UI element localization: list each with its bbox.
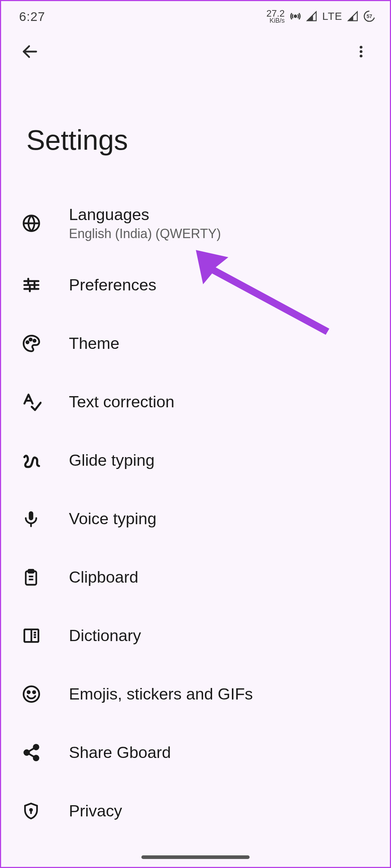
microphone-icon	[22, 510, 40, 528]
svg-point-15	[26, 341, 28, 343]
settings-item-glide-typing[interactable]: Glide typing	[1, 431, 390, 490]
list-item-title: Text correction	[69, 393, 175, 411]
list-item-subtitle: English (India) (QWERTY)	[69, 226, 221, 241]
emoji-icon	[22, 685, 41, 703]
svg-point-31	[27, 691, 30, 693]
home-indicator[interactable]	[141, 855, 250, 859]
settings-item-languages[interactable]: Languages English (India) (QWERTY)	[1, 191, 390, 256]
svg-point-34	[25, 750, 29, 755]
svg-point-30	[23, 686, 39, 702]
svg-line-37	[29, 754, 34, 757]
list-item-title: Clipboard	[69, 568, 139, 587]
signal-icon	[306, 11, 317, 22]
settings-item-privacy[interactable]: Privacy	[1, 782, 390, 840]
svg-text:57: 57	[366, 13, 372, 19]
svg-line-36	[29, 748, 34, 751]
list-item-title: Share Gboard	[69, 743, 171, 762]
svg-rect-19	[29, 511, 34, 520]
gesture-icon	[22, 451, 41, 470]
spellcheck-icon	[22, 392, 41, 412]
settings-item-preferences[interactable]: Preferences	[1, 256, 390, 314]
list-item-title: Preferences	[69, 276, 157, 294]
settings-item-dictionary[interactable]: Dictionary	[1, 606, 390, 665]
globe-icon	[22, 214, 41, 233]
settings-item-emojis[interactable]: Emojis, stickers and GIFs	[1, 665, 390, 723]
svg-point-16	[30, 338, 32, 341]
settings-item-clipboard[interactable]: Clipboard	[1, 548, 390, 606]
list-item-title: Privacy	[69, 802, 122, 820]
svg-point-0	[294, 15, 296, 17]
toolbar	[1, 32, 390, 71]
status-bar: 6:27 27.2 KiB/s LTE 57	[1, 1, 390, 32]
settings-item-voice-typing[interactable]: Voice typing	[1, 490, 390, 548]
list-item-title: Emojis, stickers and GIFs	[69, 685, 253, 703]
battery-icon: 57	[363, 10, 375, 22]
settings-list: Languages English (India) (QWERTY) Prefe…	[1, 191, 390, 840]
network-speed-indicator: 27.2 KiB/s	[267, 9, 285, 24]
list-item-title: Dictionary	[69, 626, 141, 645]
more-options-button[interactable]	[350, 41, 372, 62]
share-icon	[22, 743, 41, 762]
settings-item-text-correction[interactable]: Text correction	[1, 373, 390, 431]
svg-point-6	[360, 54, 363, 57]
palette-icon	[22, 334, 41, 353]
svg-point-4	[360, 46, 363, 49]
svg-point-5	[360, 50, 363, 53]
svg-point-32	[33, 691, 35, 693]
clipboard-icon	[22, 568, 40, 586]
list-item-title: Glide typing	[69, 451, 155, 470]
back-button[interactable]	[19, 41, 41, 62]
svg-point-17	[34, 339, 36, 342]
hotspot-icon	[290, 10, 301, 22]
signal-icon-2	[347, 11, 358, 22]
list-item-title: Languages	[69, 205, 221, 224]
svg-rect-22	[28, 570, 34, 573]
svg-point-35	[34, 756, 39, 760]
shield-icon	[22, 802, 40, 820]
list-item-title: Theme	[69, 334, 119, 353]
status-time: 6:27	[19, 9, 45, 24]
status-right: 27.2 KiB/s LTE 57	[267, 9, 375, 24]
svg-point-33	[34, 745, 39, 749]
page-title: Settings	[1, 71, 390, 191]
settings-item-theme[interactable]: Theme	[1, 314, 390, 373]
book-icon	[22, 626, 41, 645]
settings-item-share-gboard[interactable]: Share Gboard	[1, 723, 390, 782]
sliders-icon	[22, 276, 41, 294]
network-type-label: LTE	[322, 10, 342, 22]
list-item-title: Voice typing	[69, 509, 157, 528]
